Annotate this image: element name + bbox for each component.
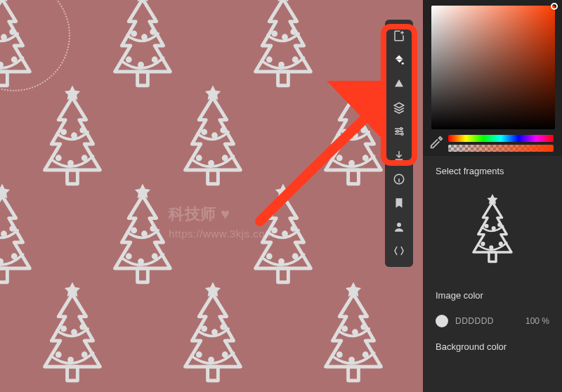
layers-button[interactable] <box>388 96 410 119</box>
fragments-section: Select fragments <box>423 156 562 277</box>
image-color-opacity[interactable]: 100 % <box>516 316 549 326</box>
info-button[interactable] <box>388 168 410 190</box>
new-pattern-button[interactable] <box>388 25 410 47</box>
svg-point-3 <box>401 133 403 135</box>
image-color-section: Image color <box>423 277 562 311</box>
svg-point-5 <box>397 223 401 227</box>
image-color-hex[interactable]: DDDDDD <box>455 316 509 326</box>
hue-slider[interactable] <box>448 135 554 142</box>
saturation-value-field[interactable] <box>431 6 555 129</box>
svg-point-1 <box>400 128 403 130</box>
settings-button[interactable] <box>388 120 410 143</box>
account-button[interactable] <box>388 216 410 238</box>
shapes-button[interactable] <box>388 72 410 95</box>
svg-point-0 <box>402 63 404 65</box>
download-button[interactable] <box>388 144 410 166</box>
tools-toolbar <box>385 20 413 267</box>
properties-panel: Select fragments Image color DDDDDD 100 … <box>423 0 562 392</box>
expand-button[interactable] <box>388 240 410 262</box>
background-color-title: Background color <box>436 341 549 352</box>
eyedropper-button[interactable] <box>429 135 444 150</box>
alpha-slider[interactable] <box>448 145 554 152</box>
fragment-preview[interactable] <box>436 183 549 275</box>
svg-point-2 <box>396 131 398 133</box>
sv-knob[interactable] <box>551 3 558 10</box>
image-color-row[interactable]: DDDDDD 100 % <box>423 311 562 332</box>
image-color-title: Image color <box>436 290 549 301</box>
fill-color-button[interactable] <box>388 48 410 71</box>
color-picker <box>423 0 562 156</box>
fragments-title: Select fragments <box>436 166 549 176</box>
bookmark-button[interactable] <box>388 192 410 214</box>
background-color-section: Background color <box>423 332 562 362</box>
image-color-swatch[interactable] <box>436 315 448 327</box>
